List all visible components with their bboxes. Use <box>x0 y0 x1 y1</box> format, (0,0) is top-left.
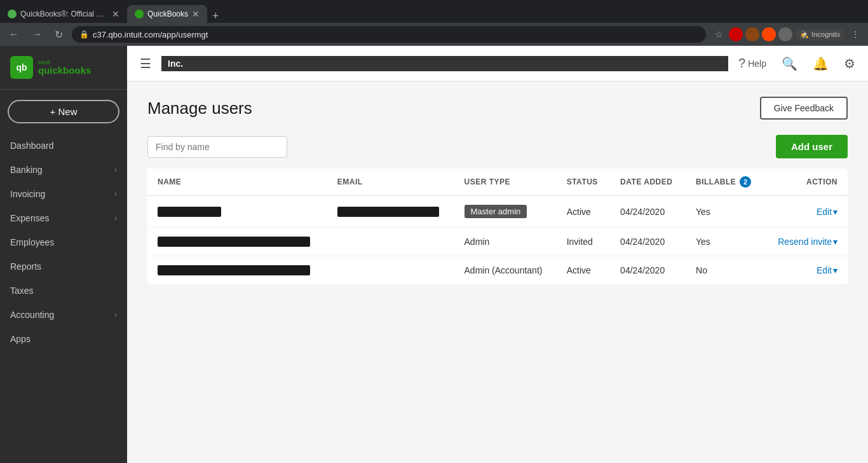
row3-billable: No <box>686 256 764 285</box>
billable-header-content: BILLABLE 2 <box>696 176 754 188</box>
col-billable: BILLABLE 2 <box>686 169 764 196</box>
sidebar-item-label-employees: Employees <box>10 237 54 247</box>
sidebar-item-label-accounting: Accounting <box>10 310 54 320</box>
row1-edit-chevron-icon: ▾ <box>833 207 837 217</box>
ext-1[interactable] <box>729 27 743 41</box>
table-row: Admin (Accountant) Active 04/24/2020 No … <box>147 256 848 285</box>
row1-user-type: Master admin <box>454 196 557 228</box>
expenses-chevron-icon: › <box>114 214 117 223</box>
menu-button[interactable]: ⋮ <box>848 27 863 42</box>
sidebar-item-apps[interactable]: Apps <box>0 327 127 351</box>
bell-icon: 🔔 <box>813 56 829 71</box>
table-header: NAME EMAIL USER TYPE STATUS DATE ADDED B… <box>147 169 848 196</box>
tab-1-title: QuickBooks®: Official Site | Sma... <box>20 10 108 18</box>
row3-edit-label: Edit <box>817 265 832 275</box>
sidebar-logo: qb intuit quickbooks <box>0 46 127 90</box>
company-name: Inc. <box>161 56 728 71</box>
tab-2-title: QuickBooks <box>147 10 188 18</box>
table-row: Master admin Active 04/24/2020 Yes Edit … <box>147 196 848 228</box>
back-button[interactable]: ← <box>5 27 23 41</box>
tab-2[interactable]: QuickBooks ✕ <box>127 5 207 23</box>
row3-action: Edit ▾ <box>764 256 848 285</box>
row2-resend-label: Resend invite <box>778 237 832 247</box>
search-icon: 🔍 <box>782 56 797 71</box>
row1-edit-button[interactable]: Edit ▾ <box>817 207 837 217</box>
sidebar-item-banking[interactable]: Banking › <box>0 158 127 182</box>
main-area: ☰ Inc. ? Help 🔍 🔔 ⚙ Manag <box>127 46 868 463</box>
sidebar-item-dashboard[interactable]: Dashboard <box>0 134 127 158</box>
invoicing-chevron-icon: › <box>114 190 117 198</box>
search-input[interactable] <box>147 136 287 158</box>
browser-chrome: QuickBooks®: Official Site | Sma... ✕ Qu… <box>0 0 868 46</box>
row2-resend-chevron-icon: ▾ <box>833 237 837 247</box>
logo-text-block: intuit quickbooks <box>38 59 91 76</box>
new-tab-button[interactable]: + <box>207 10 224 23</box>
col-email: EMAIL <box>327 169 454 196</box>
logo-letters: qb <box>16 62 27 73</box>
ext-4[interactable] <box>778 27 792 41</box>
browser-actions: ☆ 🕵️ Incognito ⋮ <box>711 27 863 42</box>
row2-billable: Yes <box>686 228 764 256</box>
tab-bar: QuickBooks®: Official Site | Sma... ✕ Qu… <box>0 0 868 23</box>
col-status: STATUS <box>557 169 610 196</box>
row2-status: Invited <box>557 228 610 256</box>
url-bar[interactable]: 🔒 c37.qbo.intuit.com/app/usermgt <box>72 26 706 43</box>
incognito-indicator: 🕵️ Incognito <box>795 29 845 40</box>
reload-button[interactable]: ↻ <box>51 27 67 42</box>
tab-2-favicon <box>135 10 144 18</box>
sidebar-item-label-reports: Reports <box>10 261 41 272</box>
row1-action: Edit ▾ <box>764 196 848 228</box>
row2-name-redacted <box>158 237 310 247</box>
hamburger-menu-button[interactable]: ☰ <box>137 53 154 74</box>
sidebar-item-employees[interactable]: Employees <box>0 230 127 254</box>
search-button[interactable]: 🔍 <box>779 53 800 74</box>
gear-icon: ⚙ <box>844 56 855 71</box>
sidebar-item-accounting[interactable]: Accounting › <box>0 303 127 327</box>
bookmark-button[interactable]: ☆ <box>711 27 726 42</box>
row2-action: Resend invite ▾ <box>764 228 848 256</box>
address-bar: ← → ↻ 🔒 c37.qbo.intuit.com/app/usermgt ☆… <box>0 23 868 46</box>
col-date-added: DATE ADDED <box>610 169 686 196</box>
row1-date-added: 04/24/2020 <box>610 196 686 228</box>
billable-count-badge: 2 <box>740 176 751 188</box>
header-actions: ? Help 🔍 🔔 ⚙ <box>736 53 858 74</box>
help-button[interactable]: ? Help <box>736 53 769 73</box>
row3-date-added: 04/24/2020 <box>610 256 686 285</box>
help-label: Help <box>748 59 766 69</box>
sidebar: qb intuit quickbooks + New Dashboard Ban… <box>0 46 127 463</box>
table-header-row: NAME EMAIL USER TYPE STATUS DATE ADDED B… <box>147 169 848 196</box>
tab-1-close[interactable]: ✕ <box>112 9 119 19</box>
give-feedback-button[interactable]: Give Feedback <box>760 97 848 120</box>
row1-email-redacted <box>337 207 439 217</box>
row2-resend-button[interactable]: Resend invite ▾ <box>778 237 837 247</box>
sidebar-item-label-apps: Apps <box>10 334 31 344</box>
sidebar-item-label-banking: Banking <box>10 165 43 175</box>
sidebar-item-expenses[interactable]: Expenses › <box>0 206 127 230</box>
sidebar-item-invoicing[interactable]: Invoicing › <box>0 182 127 206</box>
sidebar-item-reports[interactable]: Reports <box>0 254 127 279</box>
settings-button[interactable]: ⚙ <box>841 53 858 74</box>
row1-edit-label: Edit <box>817 207 832 217</box>
forward-button[interactable]: → <box>28 27 46 41</box>
ext-3[interactable] <box>762 27 776 41</box>
add-user-button[interactable]: Add user <box>776 135 848 158</box>
ext-2[interactable] <box>745 27 759 41</box>
sidebar-item-label-expenses: Expenses <box>10 213 49 223</box>
row3-edit-button[interactable]: Edit ▾ <box>817 265 837 275</box>
sidebar-item-label-taxes: Taxes <box>10 286 34 296</box>
tab-1[interactable]: QuickBooks®: Official Site | Sma... ✕ <box>0 5 127 23</box>
new-button[interactable]: + New <box>8 100 119 123</box>
row1-name-redacted <box>158 207 221 217</box>
row3-user-type: Admin (Accountant) <box>454 256 557 285</box>
row3-edit-chevron-icon: ▾ <box>833 265 837 275</box>
help-circle-icon: ? <box>738 56 745 71</box>
row1-user-type-badge: Master admin <box>465 205 527 218</box>
banking-chevron-icon: › <box>114 165 117 174</box>
sidebar-item-taxes[interactable]: Taxes <box>0 279 127 303</box>
notifications-button[interactable]: 🔔 <box>810 53 831 74</box>
billable-label: BILLABLE <box>696 177 736 186</box>
table-row: Admin Invited 04/24/2020 Yes Resend invi… <box>147 228 848 256</box>
tab-2-close[interactable]: ✕ <box>192 9 200 19</box>
sidebar-item-label-dashboard: Dashboard <box>10 141 54 151</box>
row1-billable: Yes <box>686 196 764 228</box>
